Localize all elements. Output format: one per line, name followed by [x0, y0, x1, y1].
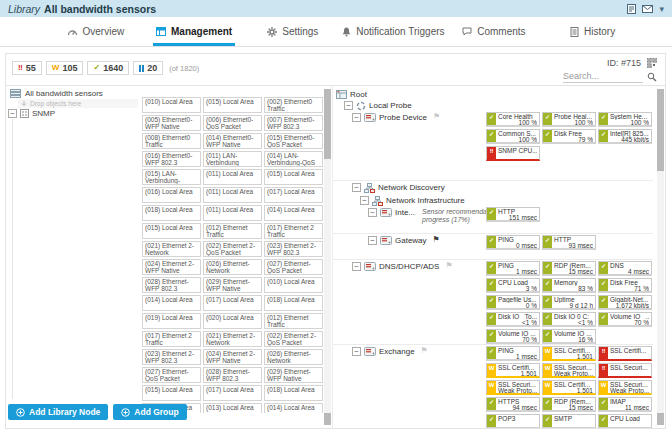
library-sensor-cell[interactable]: (017) Local Area: [203, 385, 262, 401]
right-scrollbar-end[interactable]: [657, 413, 664, 425]
library-sensor-cell[interactable]: (015) Local Area: [142, 223, 201, 239]
library-sensor-cell[interactable]: (014) Ethernet0-WFP Native: [203, 133, 262, 149]
sensor-cell[interactable]: ‼SSL Securi...: [598, 363, 652, 378]
sensor-cell[interactable]: ✓HTTPS94 msec: [486, 397, 540, 412]
sensor-cell[interactable]: ✓Probe Heal...100 %: [542, 112, 596, 127]
collapse-toggle[interactable]: −: [8, 109, 17, 118]
sensor-cell[interactable]: WSSL Certifi...1,501: [542, 346, 596, 361]
add-group-button[interactable]: Add Group: [113, 404, 186, 420]
library-sensor-cell[interactable]: (011) LAN-Verbindung: [203, 151, 262, 167]
tab-notification-triggers[interactable]: Notification Triggers: [342, 17, 444, 46]
collapse-toggle[interactable]: −: [344, 101, 353, 110]
tab-history[interactable]: History: [543, 17, 642, 46]
library-sensor-cell[interactable]: (027) Ethernet-QoS Packet: [264, 259, 323, 275]
sensor-cell[interactable]: ✓PING1 msec: [486, 261, 540, 276]
library-sensor-cell[interactable]: (023) Ethernet 2-WFP 802.3: [142, 349, 201, 365]
sensor-cell[interactable]: ✓Uptime9 d 12 h: [542, 295, 596, 310]
library-sensor-cell[interactable]: (005) Ethernet0-WFP Native: [142, 115, 201, 131]
library-sensor-cell[interactable]: (015) Local Area: [264, 169, 323, 185]
sensor-cell[interactable]: WSSL Securi...Weak Proto...: [542, 363, 596, 378]
sensor-cell[interactable]: ✓HTTP93 msec: [542, 235, 596, 250]
collapse-toggle[interactable]: −: [352, 183, 361, 192]
status-count-paused[interactable]: 20: [133, 61, 163, 75]
sensor-cell[interactable]: ✓Disk Free71 %: [598, 278, 652, 293]
library-sensor-cell[interactable]: (024) Ethernet 2-WFP Native: [142, 259, 201, 275]
library-sensor-cell[interactable]: (008) Ethernet0 Traffic: [142, 133, 201, 149]
library-sensor-cell[interactable]: (011) Local Area: [203, 169, 262, 185]
sensor-cell[interactable]: ✓SMTP: [542, 414, 596, 429]
collapse-toggle[interactable]: −: [352, 113, 361, 122]
library-sensor-cell[interactable]: (013) Local Area: [203, 403, 262, 413]
collapse-toggle[interactable]: −: [352, 347, 361, 356]
sensor-cell[interactable]: ✓System He...100 %: [598, 112, 652, 127]
library-root-node[interactable]: All bandwidth sensors: [10, 89, 103, 98]
tree-node-snmp[interactable]: − SNMP: [8, 109, 55, 118]
collapse-toggle[interactable]: −: [352, 262, 361, 271]
library-sensor-cell[interactable]: (017) Local Area: [264, 187, 323, 203]
left-scrollbar[interactable]: [324, 89, 331, 425]
sensor-cell[interactable]: WSSL Certifi...1,501: [542, 380, 596, 395]
library-sensor-cell[interactable]: (022) Ethernet 2-QoS Packet: [264, 331, 323, 347]
sensor-cell[interactable]: ✓CPU Load: [598, 414, 652, 429]
sensor-cell[interactable]: ✓IMAP11 msec: [598, 397, 652, 412]
sensor-cell[interactable]: WSSL Securi...Weak Proto...: [486, 380, 540, 395]
library-sensor-cell[interactable]: (021) Ethernet 2-Network: [142, 241, 201, 257]
sensor-cell[interactable]: ✓Disk Free79 %: [542, 129, 596, 144]
tree-node-label[interactable]: Local Probe: [369, 101, 412, 110]
left-scrollbar-end[interactable]: [324, 413, 331, 425]
library-sensor-cell[interactable]: (015) LAN-Verbindung-: [142, 169, 201, 185]
sensor-cell[interactable]: ✓Volume IO ...70 %: [486, 329, 540, 344]
email-icon[interactable]: [642, 5, 653, 13]
library-sensor-cell[interactable]: (028) Ethernet-WFP 802.3: [142, 277, 201, 293]
library-sensor-cell[interactable]: (017) Ethernet 2 Traffic: [142, 331, 201, 347]
library-sensor-cell[interactable]: (011) Local Area: [203, 187, 262, 203]
library-sensor-cell[interactable]: (010) Local Area: [264, 277, 323, 293]
library-sensor-cell[interactable]: (029) Ethernet-WFP Native: [203, 277, 262, 293]
sensor-cell[interactable]: ✓Disk IO 0 C:<1 %: [542, 312, 596, 327]
library-sensor-cell[interactable]: (007) Ethernet0-WFP 802.3: [264, 115, 323, 131]
tree-node-label[interactable]: Probe Device: [379, 113, 427, 122]
library-sensor-cell[interactable]: (010) Local Area: [142, 97, 201, 113]
sensor-cell[interactable]: ✓POP3: [486, 414, 540, 429]
tree-node-label[interactable]: Root: [350, 90, 367, 99]
library-sensor-cell[interactable]: (022) Ethernet 2-QoS Packet: [203, 241, 262, 257]
sensor-cell[interactable]: ✓Pagefile Us...0 %: [486, 295, 540, 310]
library-sensor-cell[interactable]: (027) Ethernet-QoS Packet: [142, 367, 201, 383]
sensor-cell[interactable]: ✓Memory83 %: [542, 278, 596, 293]
library-sensor-cell[interactable]: (015) Local Area: [142, 385, 201, 401]
sensor-cell[interactable]: ✓PING0 msec: [486, 235, 540, 250]
library-sensor-cell[interactable]: (016) Ethernet0-WFP 802.3: [142, 151, 201, 167]
library-sensor-cell[interactable]: (018) Local Area: [264, 385, 323, 401]
tree-node-label[interactable]: Network Discovery: [378, 183, 445, 192]
report-icon[interactable]: [627, 4, 636, 14]
library-sensor-cell[interactable]: (024) Ethernet 2-WFP Native: [203, 349, 262, 365]
sensor-cell[interactable]: ✓Disk IO _To...<1 %: [486, 312, 540, 327]
tab-settings[interactable]: Settings: [243, 17, 342, 46]
qr-code-icon[interactable]: [647, 58, 657, 68]
sensor-cell[interactable]: ✓Gigabit-Net...1,672 kbit/s: [598, 295, 652, 310]
tree-node-label[interactable]: Inte...: [395, 208, 415, 217]
sensor-cell[interactable]: ✓Common S...100 %: [486, 129, 540, 144]
search-input[interactable]: [563, 70, 643, 83]
collapse-toggle[interactable]: −: [368, 208, 377, 217]
library-sensor-cell[interactable]: (015) Local Area: [203, 97, 262, 113]
tab-overview[interactable]: Overview: [46, 17, 145, 46]
library-sensor-cell[interactable]: (020) Local Area: [203, 313, 262, 329]
library-sensor-cell[interactable]: (019) Local Area: [142, 313, 201, 329]
collapse-toggle[interactable]: −: [368, 236, 377, 245]
library-sensor-cell[interactable]: (014) Local Area: [264, 205, 323, 221]
library-sensor-cell[interactable]: (011) Local Area: [203, 205, 262, 221]
sensor-cell[interactable]: ✓CPU Load3 %: [486, 278, 540, 293]
sensor-cell[interactable]: ✓Core Health100 %: [486, 112, 540, 127]
status-count-warning[interactable]: W105: [46, 61, 84, 75]
library-sensor-cell[interactable]: (012) Ethernet Traffic: [203, 223, 262, 239]
sensor-cell[interactable]: ✓PING1 msec: [486, 346, 540, 361]
sensor-cell[interactable]: ✓HTTP151 msec: [486, 207, 540, 222]
sensor-cell[interactable]: ✓Volume IO ...16 %: [542, 329, 596, 344]
library-sensor-cell[interactable]: (026) Ethernet-Network: [203, 259, 262, 275]
library-sensor-cell[interactable]: (029) Ethernet-WFP Native: [264, 367, 323, 383]
tree-node-label[interactable]: Exchange: [379, 347, 415, 356]
library-sensor-cell[interactable]: (006) Ethernet0-QoS Packet: [203, 115, 262, 131]
right-scrollbar[interactable]: [657, 89, 664, 425]
status-count-down[interactable]: ‼55: [12, 61, 42, 75]
